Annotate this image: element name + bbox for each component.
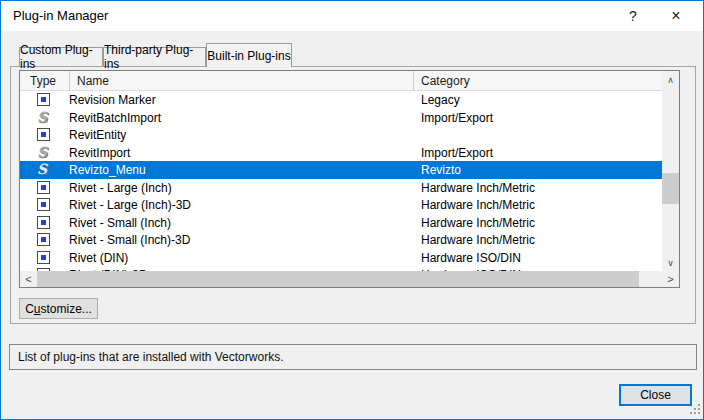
plugin-category: Legacy — [421, 93, 460, 107]
plugin-category: Hardware ISO/DIN — [421, 251, 521, 265]
plugin-name: RevitBatchImport — [69, 111, 161, 125]
script-plugin-icon: S — [37, 162, 51, 176]
table-row[interactable]: Rivet - Large (Inch)-3DHardware Inch/Met… — [20, 196, 662, 214]
table-row[interactable]: Rivet - Small (Inch)Hardware Inch/Metric — [20, 214, 662, 232]
script-plugin-icon: S — [37, 145, 51, 159]
menu-plugin-icon — [37, 233, 50, 246]
scroll-down-icon[interactable]: ∨ — [662, 254, 679, 271]
customize-label: Customize... — [25, 302, 92, 316]
list-header: Type Name Category — [20, 71, 662, 91]
menu-plugin-icon — [37, 128, 50, 141]
horizontal-scrollbar[interactable]: < > — [20, 271, 679, 287]
menu-plugin-icon — [37, 93, 50, 106]
plugin-manager-dialog: Plug-in Manager ? × Custom Plug-ins Thir… — [0, 0, 704, 420]
vertical-scroll-thumb[interactable] — [662, 173, 679, 204]
menu-plugin-icon — [37, 251, 50, 264]
column-divider[interactable] — [413, 71, 414, 91]
title-bar: Plug-in Manager ? × — [1, 1, 703, 31]
plugin-category: Hardware Inch/Metric — [421, 233, 535, 247]
plugin-category: Hardware Inch/Metric — [421, 198, 535, 212]
script-plugin-icon: S — [37, 110, 51, 124]
column-divider[interactable] — [69, 71, 70, 91]
table-row[interactable]: Revision MarkerLegacy — [20, 91, 662, 109]
plugin-list: Type Name Category Revision MarkerLegacy… — [19, 70, 680, 288]
help-icon[interactable]: ? — [613, 1, 653, 31]
scroll-up-icon[interactable]: ∧ — [662, 71, 679, 88]
column-header-type[interactable]: Type — [30, 74, 56, 88]
plugin-name: RevitImport — [69, 146, 130, 160]
resize-grip-icon[interactable] — [690, 404, 692, 406]
plugin-name: Rivet - Large (Inch)-3D — [69, 198, 191, 212]
list-rows: Revision MarkerLegacySRevitBatchImportIm… — [20, 91, 662, 271]
plugin-name: Revizto_Menu — [69, 163, 146, 177]
window-title: Plug-in Manager — [13, 8, 108, 23]
menu-plugin-icon — [37, 216, 50, 229]
tab-custom-plugins[interactable]: Custom Plug-ins — [19, 47, 103, 66]
plugin-name: RevitEntity — [69, 128, 126, 142]
tab-built-in-plugins[interactable]: Built-in Plug-ins — [206, 43, 292, 67]
table-row[interactable]: SRevitImportImport/Export — [20, 144, 662, 162]
customize-button[interactable]: Customize... — [19, 298, 98, 319]
menu-plugin-icon — [37, 198, 50, 211]
table-row[interactable]: Rivet (DIN)Hardware ISO/DIN — [20, 249, 662, 267]
close-button[interactable]: Close — [619, 384, 692, 406]
plugin-name: Rivet - Small (Inch)-3D — [69, 233, 190, 247]
column-header-name[interactable]: Name — [77, 74, 109, 88]
plugin-category: Revizto — [421, 163, 461, 177]
menu-plugin-icon — [37, 181, 50, 194]
horizontal-scroll-thumb[interactable] — [37, 271, 639, 287]
vertical-scrollbar[interactable]: ∧ ∨ — [662, 71, 679, 271]
plugin-category: Hardware Inch/Metric — [421, 181, 535, 195]
table-row[interactable]: SRevizto_MenuRevizto — [20, 161, 662, 179]
plugin-name: Rivet (DIN) — [69, 251, 128, 265]
plugin-category: Import/Export — [421, 111, 493, 125]
plugin-name: Rivet - Large (Inch) — [69, 181, 172, 195]
plugin-category: Hardware Inch/Metric — [421, 216, 535, 230]
table-row[interactable]: Rivet - Small (Inch)-3DHardware Inch/Met… — [20, 231, 662, 249]
tab-third-party-plugins[interactable]: Third-party Plug-ins — [103, 47, 206, 66]
table-row[interactable]: RevitEntity — [20, 126, 662, 144]
plugin-category: Import/Export — [421, 146, 493, 160]
scroll-left-icon[interactable]: < — [20, 271, 37, 287]
status-box: List of plug-ins that are installed with… — [9, 344, 697, 370]
status-text: List of plug-ins that are installed with… — [18, 350, 283, 364]
plugin-name: Rivet - Small (Inch) — [69, 216, 171, 230]
column-header-category[interactable]: Category — [421, 74, 470, 88]
plugin-name: Revision Marker — [69, 93, 156, 107]
scroll-right-icon[interactable]: > — [662, 271, 679, 287]
table-row[interactable]: SRevitBatchImportImport/Export — [20, 109, 662, 127]
close-icon[interactable]: × — [653, 1, 699, 31]
table-row[interactable]: Rivet - Large (Inch)Hardware Inch/Metric — [20, 179, 662, 197]
